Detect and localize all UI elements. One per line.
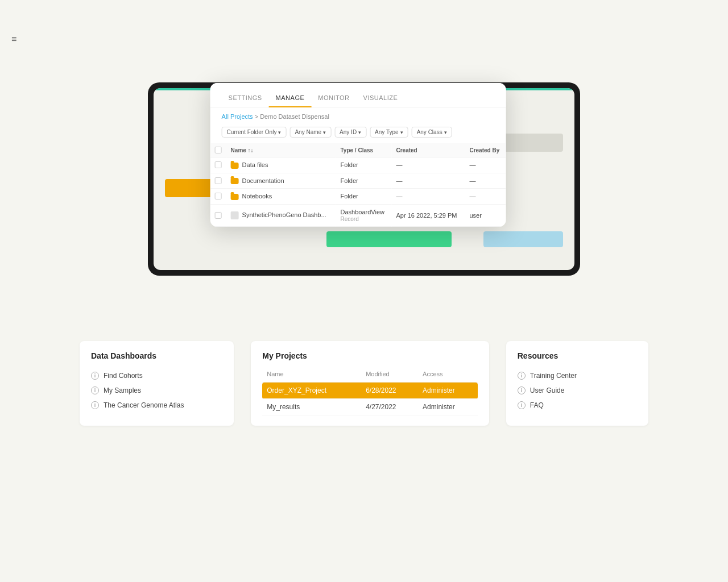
col-created: Created bbox=[391, 143, 465, 157]
cell-type: Folder bbox=[336, 157, 391, 173]
hamburger-icon[interactable]: ≡ bbox=[11, 34, 16, 44]
modal-card: SETTINGS MANAGE MONITOR VISUALIZE All Pr… bbox=[210, 83, 506, 227]
tab-monitor[interactable]: MONITOR bbox=[311, 91, 356, 107]
list-item[interactable]: iFAQ bbox=[518, 398, 637, 413]
col-project-name: Name bbox=[262, 368, 361, 383]
resources-title: Resources bbox=[518, 351, 637, 360]
cell-project-modified: 4/27/2022 bbox=[361, 399, 418, 415]
cell-created-by: user bbox=[465, 204, 506, 226]
cell-type: Folder bbox=[336, 189, 391, 205]
list-item[interactable]: iMy Samples bbox=[91, 383, 222, 398]
breadcrumb-link[interactable]: All Projects bbox=[222, 113, 253, 120]
cell-checkbox[interactable] bbox=[210, 189, 226, 205]
filter-any-id[interactable]: Any ID bbox=[334, 127, 366, 138]
cell-checkbox[interactable] bbox=[210, 173, 226, 189]
cell-name: SyntheticPhenoGeno Dashb... bbox=[226, 204, 336, 226]
dashboards-list: iFind CohortsiMy SamplesiThe Cancer Geno… bbox=[91, 368, 222, 413]
cell-checkbox[interactable] bbox=[210, 157, 226, 173]
table-row[interactable]: Notebooks Folder — — bbox=[210, 189, 506, 205]
projects-table: Name Modified Access Order_XYZ_Project 6… bbox=[262, 368, 477, 415]
cell-project-name: Order_XYZ_Project bbox=[262, 383, 361, 399]
info-icon: i bbox=[518, 372, 526, 380]
info-icon: i bbox=[518, 386, 526, 394]
data-dashboards-title: Data Dashboards bbox=[91, 351, 222, 360]
col-created-by: Created By bbox=[465, 143, 506, 157]
resource-item-label: Training Center bbox=[530, 372, 577, 380]
list-item[interactable]: iTraining Center bbox=[518, 368, 637, 383]
cell-project-access: Administer bbox=[418, 399, 478, 415]
my-projects-title: My Projects bbox=[262, 351, 477, 360]
tab-settings[interactable]: SETTINGS bbox=[222, 91, 269, 107]
record-icon bbox=[231, 211, 239, 219]
col-checkbox bbox=[210, 143, 226, 157]
panel-data-dashboards: Data Dashboards iFind CohortsiMy Samples… bbox=[80, 341, 234, 426]
breadcrumb-current: Demo Dataset Dispensal bbox=[260, 113, 329, 120]
monitor-area: ≡ SETTINGS MANAGE MONITOR VISUALIZE All … bbox=[0, 0, 728, 324]
col-name[interactable]: Name ↑↓ bbox=[226, 143, 336, 157]
cell-name: Notebooks bbox=[226, 189, 336, 205]
resource-item-label: FAQ bbox=[530, 401, 544, 409]
info-icon: i bbox=[518, 401, 526, 409]
green-bottom-bar bbox=[326, 231, 452, 247]
info-icon: i bbox=[91, 401, 99, 409]
cell-project-access: Administer bbox=[418, 383, 478, 399]
cell-created: — bbox=[391, 173, 465, 189]
cell-type: DashboardViewRecord bbox=[336, 204, 391, 226]
filter-any-class[interactable]: Any Class bbox=[412, 127, 452, 138]
cell-project-modified: 6/28/2022 bbox=[361, 383, 418, 399]
col-project-modified: Modified bbox=[361, 368, 418, 383]
tab-visualize[interactable]: VISUALIZE bbox=[357, 91, 405, 107]
table-row[interactable]: Order_XYZ_Project 6/28/2022 Administer bbox=[262, 383, 477, 399]
panel-resources: Resources iTraining CenteriUser GuideiFA… bbox=[506, 341, 648, 426]
breadcrumb: All Projects > Demo Dataset Dispensal bbox=[210, 107, 506, 123]
table-row[interactable]: My_results 4/27/2022 Administer bbox=[262, 399, 477, 415]
col-project-access: Access bbox=[418, 368, 478, 383]
bottom-section: Data Dashboards iFind CohortsiMy Samples… bbox=[0, 324, 728, 443]
dashboard-item-label: The Cancer Genome Atlas bbox=[104, 401, 184, 409]
list-item[interactable]: iUser Guide bbox=[518, 383, 637, 398]
col-type: Type / Class bbox=[336, 143, 391, 157]
folder-icon bbox=[231, 163, 239, 169]
cell-checkbox[interactable] bbox=[210, 204, 226, 226]
list-item[interactable]: iThe Cancer Genome Atlas bbox=[91, 398, 222, 413]
cell-created-by: — bbox=[465, 189, 506, 205]
cell-type: Folder bbox=[336, 173, 391, 189]
cell-created: — bbox=[391, 157, 465, 173]
cell-name: Documentation bbox=[226, 173, 336, 189]
modal-tabs: SETTINGS MANAGE MONITOR VISUALIZE bbox=[210, 83, 506, 107]
folder-icon bbox=[231, 178, 239, 184]
cell-created: — bbox=[391, 189, 465, 205]
cell-created-by: — bbox=[465, 157, 506, 173]
modal-filters: Current Folder Only Any Name Any ID Any … bbox=[210, 123, 506, 143]
cell-created-by: — bbox=[465, 173, 506, 189]
table-row[interactable]: Data files Folder — — bbox=[210, 157, 506, 173]
files-table: Name ↑↓ Type / Class Created Created By … bbox=[210, 143, 506, 227]
table-row[interactable]: SyntheticPhenoGeno Dashb... DashboardVie… bbox=[210, 204, 506, 226]
filter-current-folder[interactable]: Current Folder Only bbox=[222, 127, 287, 138]
info-icon: i bbox=[91, 386, 99, 394]
folder-icon bbox=[231, 194, 239, 200]
dashboard-item-label: Find Cohorts bbox=[104, 372, 143, 380]
cell-created: Apr 16 2022, 5:29 PM bbox=[391, 204, 465, 226]
cell-project-name: My_results bbox=[262, 399, 361, 415]
blue-bottom-bar bbox=[483, 231, 563, 247]
cell-name: Data files bbox=[226, 157, 336, 173]
breadcrumb-separator: > bbox=[255, 113, 260, 120]
tab-manage[interactable]: MANAGE bbox=[269, 91, 312, 107]
panel-my-projects: My Projects Name Modified Access Order_X… bbox=[251, 341, 489, 426]
filter-any-type[interactable]: Any Type bbox=[370, 127, 408, 138]
resource-item-label: User Guide bbox=[530, 386, 565, 394]
filter-any-name[interactable]: Any Name bbox=[289, 127, 331, 138]
table-row[interactable]: Documentation Folder — — bbox=[210, 173, 506, 189]
resources-list: iTraining CenteriUser GuideiFAQ bbox=[518, 368, 637, 413]
info-icon: i bbox=[91, 372, 99, 380]
dashboard-item-label: My Samples bbox=[104, 386, 141, 394]
list-item[interactable]: iFind Cohorts bbox=[91, 368, 222, 383]
